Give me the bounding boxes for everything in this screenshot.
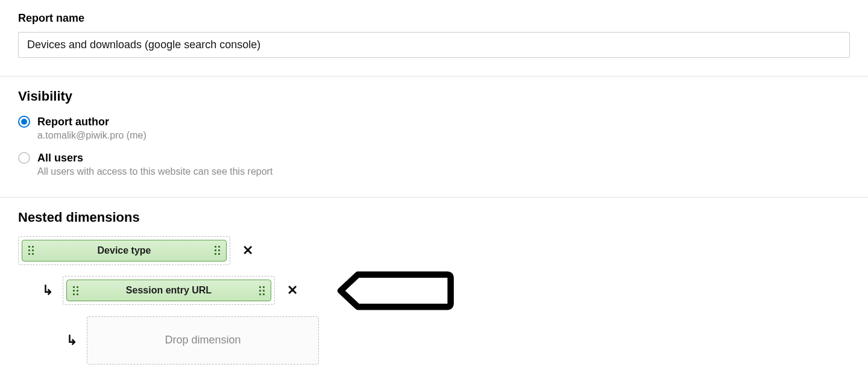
- dimension-row-dropzone: ↳ Drop dimension: [66, 316, 850, 365]
- dimension-chip-device-type[interactable]: Device type: [22, 240, 227, 261]
- annotation-arrow-icon: [319, 271, 454, 310]
- visibility-option-allusers[interactable]: All users All users with access to this …: [18, 151, 850, 179]
- report-name-label: Report name: [18, 12, 850, 25]
- radio-title: All users: [37, 151, 272, 165]
- visibility-radio-group: Report author a.tomalik@piwik.pro (me) A…: [18, 115, 850, 179]
- radio-icon: [18, 116, 30, 128]
- dimension-slot-level2[interactable]: Session entry URL: [63, 276, 275, 305]
- radio-sub: a.tomalik@piwik.pro (me): [37, 129, 146, 142]
- drop-dimension-label: Drop dimension: [165, 334, 241, 346]
- drag-grip-icon[interactable]: [215, 246, 220, 255]
- visibility-option-author[interactable]: Report author a.tomalik@piwik.pro (me): [18, 115, 850, 143]
- drag-grip-icon[interactable]: [28, 246, 34, 255]
- radio-title: Report author: [37, 115, 146, 129]
- drag-grip-icon[interactable]: [73, 286, 78, 295]
- report-name-input[interactable]: [18, 32, 850, 58]
- visibility-heading: Visibility: [18, 89, 850, 104]
- visibility-section: Visibility Report author a.tomalik@piwik…: [0, 77, 868, 198]
- sub-level-arrow-icon: ↳: [42, 283, 57, 298]
- radio-icon: [18, 152, 30, 164]
- dimension-chip-label: Session entry URL: [78, 285, 259, 296]
- remove-dimension-icon[interactable]: ✕: [242, 244, 253, 257]
- sub-level-arrow-icon: ↳: [66, 333, 81, 348]
- nested-dimensions-heading: Nested dimensions: [18, 210, 850, 225]
- radio-text: Report author a.tomalik@piwik.pro (me): [37, 115, 146, 143]
- drop-dimension-zone[interactable]: Drop dimension: [87, 316, 319, 365]
- dimension-row-level1: Device type ✕: [18, 236, 850, 265]
- nested-dimensions-section: Nested dimensions Device type ✕ ↳: [0, 198, 868, 382]
- dimension-chip-session-entry-url[interactable]: Session entry URL: [66, 280, 271, 301]
- remove-dimension-icon[interactable]: ✕: [287, 284, 298, 297]
- dimension-chip-label: Device type: [34, 245, 215, 256]
- drag-grip-icon[interactable]: [259, 286, 265, 295]
- radio-sub: All users with access to this website ca…: [37, 165, 272, 178]
- dimension-row-level2: ↳ Session entry URL ✕: [42, 271, 850, 310]
- radio-text: All users All users with access to this …: [37, 151, 272, 179]
- report-name-section: Report name: [0, 0, 868, 77]
- dimension-slot-level1[interactable]: Device type: [18, 236, 230, 265]
